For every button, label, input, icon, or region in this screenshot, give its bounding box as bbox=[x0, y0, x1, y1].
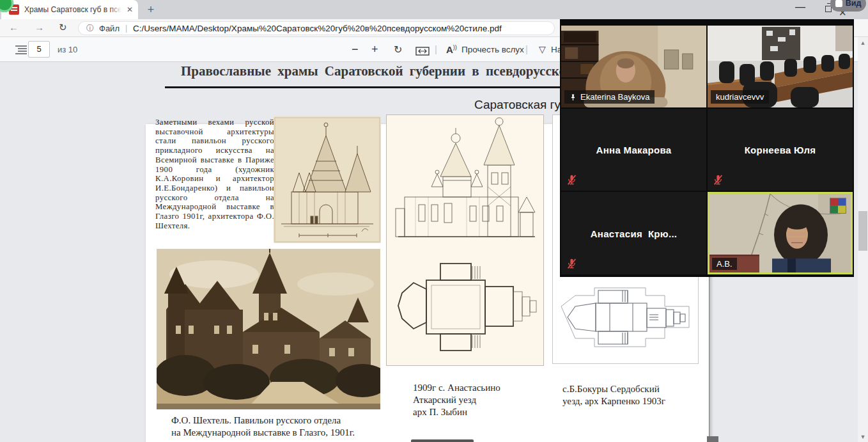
muted-mic-icon bbox=[566, 175, 577, 185]
caption-line: арх П. Зыбин bbox=[413, 406, 500, 418]
tab-close-icon[interactable]: ✕ bbox=[125, 4, 135, 15]
scroll-down-icon[interactable]: ▼ bbox=[858, 434, 868, 440]
participant-name: Анна Макарова bbox=[596, 145, 672, 155]
participant-name: Корнеева Юля bbox=[745, 145, 816, 155]
draw-icon[interactable]: ▽ bbox=[539, 44, 546, 54]
zoom-in-button[interactable]: + bbox=[371, 43, 378, 56]
right-caption: с.Б.Бокуры Сердобский уезд, арх Карпенко… bbox=[562, 383, 665, 407]
caption-line: на Международной выставке в Глазго, 1901… bbox=[171, 427, 355, 439]
window-minimize-button[interactable]: — bbox=[795, 1, 805, 13]
address-url: C:/Users/MAMA/Desktop/Храмы%20Саратовск%… bbox=[133, 24, 502, 33]
toolbar-divider: | bbox=[435, 43, 437, 54]
muted-mic-icon bbox=[566, 258, 577, 269]
rotate-button[interactable]: ↻ bbox=[394, 43, 402, 56]
browser-window: Храмы Саратовск губ в псевдор ✕ + — ✕ ← … bbox=[0, 0, 868, 442]
read-aloud-button[interactable]: Прочесть вслух bbox=[461, 45, 524, 54]
participant-name-plate: Ekaterina Baykova bbox=[564, 90, 655, 104]
participant-name: Ekaterina Baykova bbox=[580, 92, 649, 102]
participant-name: А.В. bbox=[717, 259, 732, 269]
address-field[interactable]: ⓘ Файл | C:/Users/MAMA/Desktop/Храмы%20С… bbox=[78, 21, 555, 35]
vertical-scrollbar[interactable]: ▲ ▼ bbox=[858, 37, 868, 442]
page-count-label: из 10 bbox=[58, 45, 77, 54]
reload-icon[interactable]: ↻ bbox=[59, 22, 67, 33]
participant-name: Анастасия Крю... bbox=[591, 228, 678, 239]
participant-tile-anna[interactable]: Анна Макарова bbox=[561, 109, 706, 191]
caption-line: 1909г с. Анастасьино bbox=[413, 382, 500, 394]
address-scheme-label: Файл bbox=[99, 24, 120, 33]
zoom-meeting-overlay: Ekaterina Baykova bbox=[560, 19, 854, 277]
scroll-up-icon[interactable]: ▲ bbox=[858, 40, 868, 46]
muted-mic-icon bbox=[713, 175, 724, 185]
page-corner-shadow bbox=[707, 436, 718, 442]
caption-line: уезд, арх Карпенко 1903г bbox=[562, 395, 665, 407]
new-tab-button[interactable]: + bbox=[143, 2, 159, 17]
region-heading: Саратовская губе bbox=[474, 98, 574, 112]
caption-line: с.Б.Бокуры Сердобский bbox=[562, 383, 665, 395]
zoom-out-button[interactable]: − bbox=[352, 43, 359, 56]
view-button-label: Вид bbox=[846, 0, 862, 8]
browser-tab[interactable]: Храмы Саратовск губ в псевдор ✕ bbox=[1, 0, 138, 19]
participant-name-plate: А.В. bbox=[712, 258, 737, 270]
forward-icon[interactable]: → bbox=[35, 22, 44, 33]
page-number-input[interactable]: 5 bbox=[28, 41, 50, 58]
zoom-view-button[interactable]: Вид bbox=[830, 0, 866, 12]
fit-to-width-button[interactable] bbox=[415, 45, 430, 59]
intro-paragraph: Заметными вехами русской выставочной арх… bbox=[155, 118, 274, 230]
info-icon: ⓘ bbox=[86, 23, 94, 34]
pin-icon bbox=[570, 93, 577, 101]
pavilion-photo-image bbox=[157, 249, 380, 409]
caption-line: Ф.О. Шехтель. Павильон русского отдела bbox=[171, 414, 355, 427]
table-of-contents-icon[interactable] bbox=[15, 45, 27, 57]
participant-name: kudriavcevvv bbox=[716, 92, 764, 102]
tab-title: Храмы Саратовск губ в псевдор bbox=[24, 5, 121, 14]
page-title: Православные храмы Саратовской губернии … bbox=[181, 63, 589, 79]
participant-tile-ekaterina[interactable]: Ekaterina Baykova bbox=[561, 26, 706, 107]
tab-bar: Храмы Саратовск губ в псевдор ✕ + — bbox=[0, 0, 868, 19]
church-sketch-image bbox=[274, 116, 381, 243]
church-elevation-plan-image bbox=[386, 114, 544, 366]
participant-tile-kudriavcevvv[interactable]: kudriavcevvv bbox=[708, 26, 853, 107]
view-layout-icon bbox=[835, 0, 842, 7]
toolbar-divider: | bbox=[525, 43, 528, 54]
back-icon[interactable]: ← bbox=[9, 22, 19, 33]
photo-caption: Ф.О. Шехтель. Павильон русского отдела н… bbox=[171, 414, 355, 439]
read-aloud-icon[interactable]: A)) bbox=[446, 44, 457, 55]
participant-tile-av-active-speaker[interactable]: А.В. bbox=[708, 192, 853, 274]
scrollbar-thumb[interactable] bbox=[858, 211, 867, 251]
meeting-controls-peek[interactable] bbox=[411, 439, 474, 442]
participant-name-plate: kudriavcevvv bbox=[711, 90, 769, 104]
participant-tile-korneeva[interactable]: Корнеева Юля bbox=[708, 109, 853, 191]
middle-caption: 1909г с. Анастасьино Аткарский уезд арх … bbox=[413, 382, 500, 418]
participant-tile-anastasia[interactable]: Анастасия Крю... bbox=[561, 192, 706, 274]
address-separator: | bbox=[125, 24, 127, 33]
caption-line: Аткарский уезд bbox=[413, 394, 500, 406]
